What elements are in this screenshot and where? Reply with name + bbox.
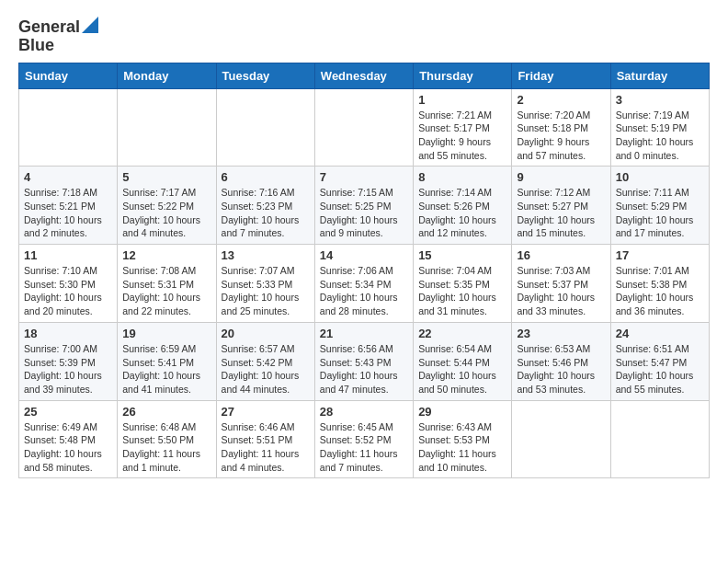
day-number: 2	[517, 93, 605, 107]
calendar-cell	[314, 88, 413, 167]
calendar-header-row: SundayMondayTuesdayWednesdayThursdayFrid…	[19, 63, 710, 88]
day-info: Sunrise: 7:08 AM Sunset: 5:31 PM Dayligh…	[122, 264, 210, 318]
day-info: Sunrise: 6:43 AM Sunset: 5:53 PM Dayligh…	[418, 420, 506, 475]
day-info: Sunrise: 7:00 AM Sunset: 5:39 PM Dayligh…	[24, 342, 112, 396]
day-info: Sunrise: 7:06 AM Sunset: 5:34 PM Dayligh…	[320, 264, 408, 318]
day-number: 7	[320, 170, 408, 184]
day-number: 20	[222, 327, 310, 340]
day-info: Sunrise: 7:07 AM Sunset: 5:33 PM Dayligh…	[222, 264, 310, 318]
day-number: 21	[320, 327, 408, 340]
calendar-cell	[512, 400, 610, 478]
logo-text-general: General	[18, 18, 80, 37]
calendar-cell: 19Sunrise: 6:59 AM Sunset: 5:41 PM Dayli…	[118, 322, 216, 400]
day-number: 19	[122, 327, 210, 340]
day-number: 15	[418, 248, 506, 262]
day-info: Sunrise: 7:11 AM Sunset: 5:29 PM Dayligh…	[616, 186, 704, 240]
day-number: 26	[122, 405, 210, 419]
day-info: Sunrise: 7:04 AM Sunset: 5:35 PM Dayligh…	[418, 264, 506, 318]
day-number: 10	[616, 170, 704, 184]
day-info: Sunrise: 7:01 AM Sunset: 5:38 PM Dayligh…	[616, 264, 704, 318]
calendar-cell: 4Sunrise: 7:18 AM Sunset: 5:21 PM Daylig…	[19, 167, 118, 245]
day-info: Sunrise: 7:16 AM Sunset: 5:23 PM Dayligh…	[222, 186, 310, 240]
calendar-cell: 12Sunrise: 7:08 AM Sunset: 5:31 PM Dayli…	[118, 245, 216, 323]
day-number: 27	[222, 405, 310, 419]
day-info: Sunrise: 6:54 AM Sunset: 5:44 PM Dayligh…	[418, 342, 506, 396]
day-info: Sunrise: 7:19 AM Sunset: 5:19 PM Dayligh…	[616, 109, 704, 163]
calendar-header-friday: Friday	[512, 63, 610, 88]
calendar-cell: 8Sunrise: 7:14 AM Sunset: 5:26 PM Daylig…	[414, 167, 512, 245]
calendar-cell: 10Sunrise: 7:11 AM Sunset: 5:29 PM Dayli…	[610, 167, 709, 245]
calendar-cell: 25Sunrise: 6:49 AM Sunset: 5:48 PM Dayli…	[19, 400, 118, 478]
day-number: 24	[616, 327, 704, 340]
calendar-cell	[610, 400, 709, 478]
calendar-cell: 14Sunrise: 7:06 AM Sunset: 5:34 PM Dayli…	[314, 245, 413, 323]
svg-marker-0	[82, 17, 98, 33]
day-info: Sunrise: 6:51 AM Sunset: 5:47 PM Dayligh…	[616, 342, 704, 396]
calendar-cell: 21Sunrise: 6:56 AM Sunset: 5:43 PM Dayli…	[314, 322, 413, 400]
calendar-cell	[216, 88, 314, 167]
day-number: 16	[517, 248, 605, 262]
day-number: 18	[24, 327, 112, 340]
day-number: 9	[517, 170, 605, 184]
day-info: Sunrise: 7:15 AM Sunset: 5:25 PM Dayligh…	[320, 186, 408, 240]
logo-text-blue: Blue	[18, 36, 54, 54]
calendar-cell: 11Sunrise: 7:10 AM Sunset: 5:30 PM Dayli…	[19, 245, 118, 323]
day-number: 13	[222, 248, 310, 262]
day-number: 1	[418, 93, 506, 107]
day-number: 4	[24, 170, 112, 184]
day-number: 11	[24, 248, 112, 262]
day-number: 25	[24, 405, 112, 419]
calendar-cell: 2Sunrise: 7:20 AM Sunset: 5:18 PM Daylig…	[512, 88, 610, 167]
calendar-cell: 26Sunrise: 6:48 AM Sunset: 5:50 PM Dayli…	[118, 400, 216, 478]
page-header: General Blue	[18, 15, 710, 55]
calendar-cell: 9Sunrise: 7:12 AM Sunset: 5:27 PM Daylig…	[512, 167, 610, 245]
calendar-cell: 13Sunrise: 7:07 AM Sunset: 5:33 PM Dayli…	[216, 245, 314, 323]
day-number: 12	[122, 248, 210, 262]
calendar-cell	[19, 88, 118, 167]
day-info: Sunrise: 6:56 AM Sunset: 5:43 PM Dayligh…	[320, 342, 408, 396]
calendar-cell	[118, 88, 216, 167]
day-number: 6	[222, 170, 310, 184]
calendar-header-monday: Monday	[118, 63, 216, 88]
calendar-cell: 23Sunrise: 6:53 AM Sunset: 5:46 PM Dayli…	[512, 322, 610, 400]
calendar-week-row: 25Sunrise: 6:49 AM Sunset: 5:48 PM Dayli…	[19, 400, 710, 478]
calendar-week-row: 18Sunrise: 7:00 AM Sunset: 5:39 PM Dayli…	[19, 322, 710, 400]
calendar-cell: 18Sunrise: 7:00 AM Sunset: 5:39 PM Dayli…	[19, 322, 118, 400]
calendar-cell: 16Sunrise: 7:03 AM Sunset: 5:37 PM Dayli…	[512, 245, 610, 323]
calendar-cell: 5Sunrise: 7:17 AM Sunset: 5:22 PM Daylig…	[118, 167, 216, 245]
calendar-header-wednesday: Wednesday	[314, 63, 413, 88]
day-info: Sunrise: 7:03 AM Sunset: 5:37 PM Dayligh…	[517, 264, 605, 318]
day-info: Sunrise: 6:59 AM Sunset: 5:41 PM Dayligh…	[122, 342, 210, 396]
day-info: Sunrise: 6:49 AM Sunset: 5:48 PM Dayligh…	[24, 420, 112, 475]
day-number: 17	[616, 248, 704, 262]
calendar-header-thursday: Thursday	[414, 63, 512, 88]
day-info: Sunrise: 6:48 AM Sunset: 5:50 PM Dayligh…	[122, 420, 210, 475]
day-info: Sunrise: 7:12 AM Sunset: 5:27 PM Dayligh…	[517, 186, 605, 240]
day-info: Sunrise: 6:45 AM Sunset: 5:52 PM Dayligh…	[320, 420, 408, 475]
calendar-cell: 20Sunrise: 6:57 AM Sunset: 5:42 PM Dayli…	[216, 322, 314, 400]
calendar-cell: 24Sunrise: 6:51 AM Sunset: 5:47 PM Dayli…	[610, 322, 709, 400]
day-number: 22	[418, 327, 506, 340]
calendar-week-row: 11Sunrise: 7:10 AM Sunset: 5:30 PM Dayli…	[19, 245, 710, 323]
calendar-header-sunday: Sunday	[19, 63, 118, 88]
day-info: Sunrise: 6:53 AM Sunset: 5:46 PM Dayligh…	[517, 342, 605, 396]
logo: General Blue	[18, 18, 98, 55]
calendar-cell: 1Sunrise: 7:21 AM Sunset: 5:17 PM Daylig…	[414, 88, 512, 167]
day-info: Sunrise: 7:14 AM Sunset: 5:26 PM Dayligh…	[418, 186, 506, 240]
day-info: Sunrise: 7:21 AM Sunset: 5:17 PM Dayligh…	[418, 109, 506, 163]
day-number: 29	[418, 405, 506, 419]
calendar-cell: 17Sunrise: 7:01 AM Sunset: 5:38 PM Dayli…	[610, 245, 709, 323]
day-number: 8	[418, 170, 506, 184]
calendar-table: SundayMondayTuesdayWednesdayThursdayFrid…	[18, 63, 710, 479]
day-number: 23	[517, 327, 605, 340]
calendar-cell: 15Sunrise: 7:04 AM Sunset: 5:35 PM Dayli…	[414, 245, 512, 323]
calendar-header-tuesday: Tuesday	[216, 63, 314, 88]
calendar-cell: 29Sunrise: 6:43 AM Sunset: 5:53 PM Dayli…	[414, 400, 512, 478]
day-info: Sunrise: 7:20 AM Sunset: 5:18 PM Dayligh…	[517, 109, 605, 163]
day-number: 3	[616, 93, 704, 107]
calendar-cell: 6Sunrise: 7:16 AM Sunset: 5:23 PM Daylig…	[216, 167, 314, 245]
day-info: Sunrise: 7:18 AM Sunset: 5:21 PM Dayligh…	[24, 186, 112, 240]
day-number: 5	[122, 170, 210, 184]
calendar-cell: 22Sunrise: 6:54 AM Sunset: 5:44 PM Dayli…	[414, 322, 512, 400]
logo-icon	[82, 15, 98, 33]
